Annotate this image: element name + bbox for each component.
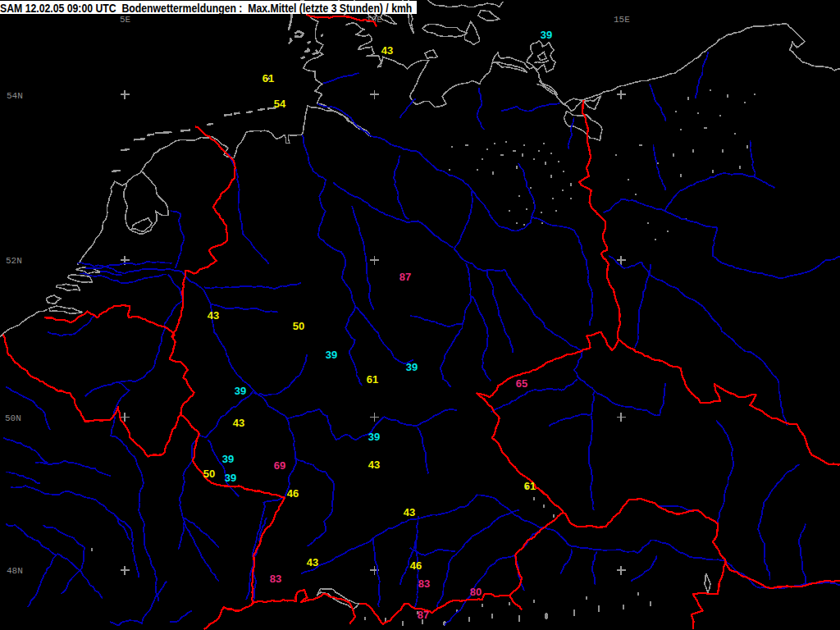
svg-text:83: 83	[418, 578, 430, 590]
svg-text:5E: 5E	[120, 15, 131, 25]
svg-text:50N: 50N	[5, 413, 21, 423]
svg-text:87: 87	[418, 609, 429, 621]
svg-text:61: 61	[367, 373, 378, 386]
svg-text:43: 43	[381, 44, 393, 57]
svg-text:54: 54	[274, 98, 286, 110]
svg-text:61: 61	[262, 72, 274, 84]
svg-text:50: 50	[203, 468, 215, 480]
svg-text:39: 39	[235, 385, 246, 397]
svg-text:43: 43	[404, 506, 415, 518]
svg-text:39: 39	[225, 472, 236, 484]
svg-text:39: 39	[541, 29, 552, 41]
svg-text:80: 80	[470, 586, 482, 598]
svg-text:39: 39	[406, 361, 418, 373]
svg-text:39: 39	[368, 431, 380, 443]
svg-text:54N: 54N	[7, 91, 23, 101]
svg-text:52N: 52N	[6, 256, 22, 266]
svg-text:39: 39	[222, 453, 234, 465]
svg-text:69: 69	[274, 459, 285, 472]
svg-text:39: 39	[326, 349, 337, 361]
svg-text:46: 46	[410, 559, 422, 572]
svg-text:15E: 15E	[614, 15, 630, 25]
svg-text:48N: 48N	[7, 566, 23, 576]
svg-text:43: 43	[368, 459, 380, 471]
svg-text:46: 46	[287, 487, 299, 500]
svg-text:83: 83	[270, 573, 281, 585]
svg-text:61: 61	[524, 480, 536, 492]
svg-text:43: 43	[208, 309, 219, 322]
svg-text:87: 87	[399, 271, 411, 283]
svg-text:50: 50	[293, 320, 304, 332]
svg-text:65: 65	[516, 377, 527, 390]
svg-text:43: 43	[307, 556, 318, 568]
svg-text:43: 43	[233, 417, 244, 429]
